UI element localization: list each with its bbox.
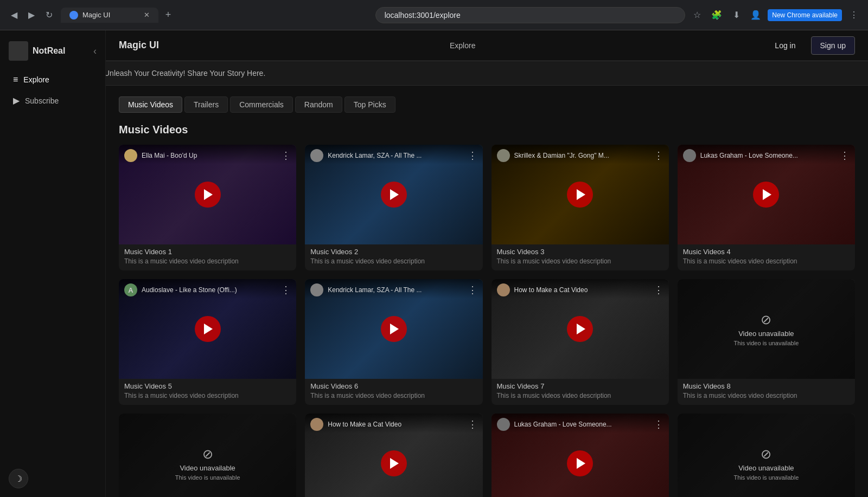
video-info-2: Music Videos 2This is a music videos vid…: [305, 244, 482, 270]
video-card-10[interactable]: How to Make a Cat Video⋮Music Videos 10T…: [305, 414, 482, 497]
video-info-7: Music Videos 7This is a music videos vid…: [492, 379, 669, 405]
header-nav-explore[interactable]: Explore: [450, 41, 475, 50]
tab-commercials[interactable]: Commercials: [230, 96, 293, 113]
channel-avatar-2: [310, 149, 323, 162]
tab-close-button[interactable]: ✕: [144, 11, 150, 19]
tab-top-picks[interactable]: Top Picks: [344, 96, 395, 113]
video-card-2[interactable]: Kendrick Lamar, SZA - All The ...⋮Music …: [305, 145, 482, 270]
more-button-10[interactable]: ⋮: [468, 418, 477, 430]
video-thumbnail-7: How to Make a Cat Video⋮: [492, 279, 669, 379]
video-thumbnail-6: Kendrick Lamar, SZA - All The ...⋮: [305, 279, 482, 379]
browser-tab-active[interactable]: Magic UI ✕: [61, 8, 158, 23]
video-header-1: Ella Mai - Boo'd Up⋮: [119, 145, 296, 164]
section-title: Music Videos: [119, 124, 855, 136]
video-desc-4: This is a music videos video description: [683, 257, 850, 265]
login-button[interactable]: Log in: [766, 37, 804, 54]
subscribe-icon: ▶: [13, 95, 20, 106]
video-card-8[interactable]: ⊘Video unavailableThis video is unavaila…: [678, 279, 855, 405]
play-button-5[interactable]: [195, 316, 221, 342]
more-button-2[interactable]: ⋮: [468, 150, 477, 162]
new-tab-button[interactable]: +: [161, 8, 176, 23]
profile-button[interactable]: 👤: [748, 8, 763, 23]
more-button-1[interactable]: ⋮: [281, 150, 291, 162]
sidebar-collapse-button[interactable]: ‹: [93, 46, 97, 57]
unavailable-overlay-9: ⊘Video unavailableThis video is unavaila…: [119, 414, 296, 497]
play-button-1[interactable]: [195, 182, 221, 208]
more-button-3[interactable]: ⋮: [654, 150, 663, 162]
tab-music-videos[interactable]: Music Videos: [119, 96, 182, 113]
sidebar-item-subscribe[interactable]: ▶ Subscribe: [4, 90, 101, 111]
video-card-7[interactable]: How to Make a Cat Video⋮Music Videos 7Th…: [492, 279, 669, 405]
unavailable-icon-8: ⊘: [761, 312, 771, 327]
more-button-11[interactable]: ⋮: [654, 418, 663, 430]
banner: Unleash Your Creativity! Share Your Stor…: [106, 61, 868, 86]
video-card-11[interactable]: Lukas Graham - Love Someone...⋮Music Vid…: [492, 414, 669, 497]
sidebar: NotReal ‹ ≡ Explore ▶ Subscribe: [0, 30, 106, 497]
browser-tabs: Magic UI ✕ +: [61, 8, 371, 23]
signup-button[interactable]: Sign up: [811, 36, 855, 55]
channel-avatar-7: [497, 283, 510, 296]
video-title-header-5: Audioslave - Like a Stone (Offi...): [142, 286, 277, 294]
more-button-5[interactable]: ⋮: [281, 284, 291, 296]
video-thumbnail-10: How to Make a Cat Video⋮: [305, 414, 482, 497]
play-button-10[interactable]: [381, 450, 407, 476]
address-bar[interactable]: localhost:3001/explore: [375, 7, 686, 23]
video-card-4[interactable]: Lukas Graham - Love Someone...⋮Music Vid…: [678, 145, 855, 270]
video-desc-6: This is a music videos video description: [310, 392, 477, 399]
video-card-3[interactable]: Skrillex & Damian "Jr. Gong" M...⋮Music …: [492, 145, 669, 270]
video-info-1: Music Videos 1This is a music videos vid…: [119, 244, 296, 270]
thumbnail-bg-12: ⊘Video unavailableThis video is unavaila…: [678, 414, 855, 497]
explore-icon: ≡: [13, 75, 18, 85]
channel-avatar-1: [124, 149, 137, 162]
sidebar-item-explore[interactable]: ≡ Explore: [4, 69, 101, 90]
menu-button[interactable]: ⋮: [846, 8, 861, 23]
download-button[interactable]: ⬇: [729, 8, 744, 23]
video-card-6[interactable]: Kendrick Lamar, SZA - All The ...⋮Music …: [305, 279, 482, 405]
video-category-5: Music Videos 5: [124, 382, 291, 390]
extensions-button[interactable]: 🧩: [709, 8, 724, 23]
more-button-6[interactable]: ⋮: [468, 284, 477, 296]
video-header-2: Kendrick Lamar, SZA - All The ...⋮: [305, 145, 482, 164]
dark-mode-button[interactable]: ☽: [9, 469, 28, 488]
back-button[interactable]: ◀: [7, 8, 22, 23]
more-button-4[interactable]: ⋮: [840, 150, 850, 162]
unavailable-text-9: Video unavailable: [180, 464, 235, 472]
unavailable-sub-9: This video is unavailable: [175, 474, 240, 481]
tab-favicon: [69, 11, 78, 20]
play-button-3[interactable]: [567, 182, 593, 208]
tab-random[interactable]: Random: [295, 96, 342, 113]
video-header-4: Lukas Graham - Love Someone...⋮: [678, 145, 855, 164]
thumbnail-bg-2: Kendrick Lamar, SZA - All The ...⋮: [305, 145, 482, 244]
tab-trailers[interactable]: Trailers: [184, 96, 228, 113]
video-card-5[interactable]: AAudioslave - Like a Stone (Offi...)⋮Mus…: [119, 279, 296, 405]
video-info-3: Music Videos 3This is a music videos vid…: [492, 244, 669, 270]
app: NotReal ‹ ≡ Explore ▶ Subscribe Magic UI…: [0, 30, 868, 497]
play-button-4[interactable]: [753, 182, 779, 208]
video-thumbnail-8: ⊘Video unavailableThis video is unavaila…: [678, 279, 855, 379]
video-info-8: Music Videos 8This is a music videos vid…: [678, 379, 855, 405]
forward-button[interactable]: ▶: [24, 8, 39, 23]
unavailable-icon-9: ⊘: [202, 447, 213, 462]
content-wrapper: Music Videos Trailers Commercials Random…: [106, 96, 868, 497]
header: Magic UI Explore Log in Sign up: [106, 30, 868, 61]
bookmarks-button[interactable]: ☆: [690, 8, 705, 23]
new-chrome-badge[interactable]: New Chrome available: [768, 9, 842, 21]
video-header-6: Kendrick Lamar, SZA - All The ...⋮: [305, 279, 482, 299]
channel-avatar-11: [497, 418, 510, 431]
play-button-2[interactable]: [381, 182, 407, 208]
play-button-7[interactable]: [567, 316, 593, 342]
more-button-7[interactable]: ⋮: [654, 284, 663, 296]
channel-avatar-10: [310, 418, 323, 431]
thumbnail-bg-1: Ella Mai - Boo'd Up⋮: [119, 145, 296, 244]
browser-actions: ☆ 🧩 ⬇ 👤 New Chrome available ⋮: [690, 8, 861, 23]
play-button-6[interactable]: [381, 316, 407, 342]
banner-text: Unleash Your Creativity! Share Your Stor…: [106, 69, 265, 78]
play-button-11[interactable]: [567, 450, 593, 476]
video-category-2: Music Videos 2: [310, 248, 477, 256]
video-card-9[interactable]: ⊘Video unavailableThis video is unavaila…: [119, 414, 296, 497]
video-card-1[interactable]: Ella Mai - Boo'd Up⋮Music Videos 1This i…: [119, 145, 296, 270]
reload-button[interactable]: ↻: [41, 8, 56, 23]
main-area: Magic UI Explore Log in Sign up Unleash …: [106, 30, 868, 497]
video-card-12[interactable]: ⊘Video unavailableThis video is unavaila…: [678, 414, 855, 497]
main-content: Unleash Your Creativity! Share Your Stor…: [106, 61, 868, 497]
